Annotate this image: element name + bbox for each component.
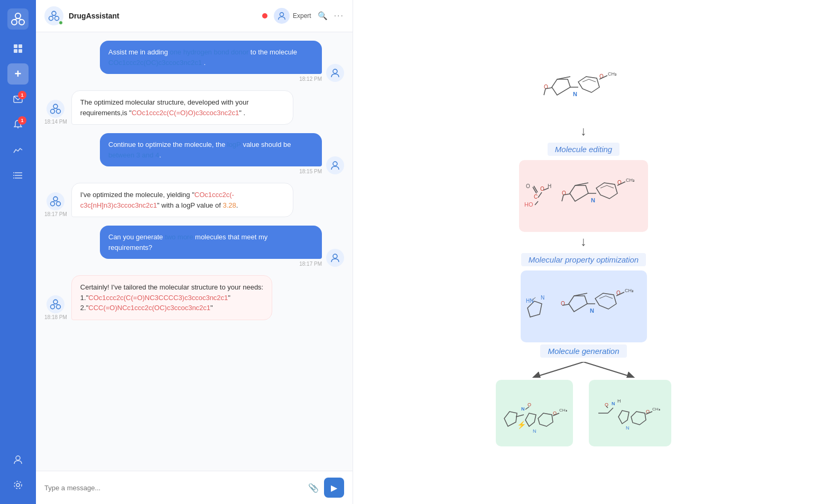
message-2-bubble: The optimized molecular structure, devel… xyxy=(71,90,293,125)
svg-point-2 xyxy=(19,20,24,25)
svg-point-41 xyxy=(57,304,61,309)
svg-text:CH₃: CH₃ xyxy=(608,71,617,77)
generated-mol-2: N H O N O CH₃ xyxy=(589,380,671,446)
svg-marker-84 xyxy=(569,296,587,312)
svg-rect-6 xyxy=(18,44,22,48)
svg-line-72 xyxy=(600,185,607,188)
bot-avatar-2 xyxy=(47,100,64,118)
attach-button[interactable]: 📎 xyxy=(308,483,319,493)
svg-point-29 xyxy=(57,109,61,114)
sidebar-item-new[interactable]: + xyxy=(7,63,29,85)
svg-line-31 xyxy=(56,108,59,109)
svg-text:O: O xyxy=(540,186,544,192)
highlight-logp: logP xyxy=(227,141,241,148)
message-2-content: The optimized molecular structure, devel… xyxy=(71,90,293,125)
message-input[interactable] xyxy=(44,484,303,492)
svg-line-66 xyxy=(535,201,538,205)
svg-text:CH₃: CH₃ xyxy=(559,408,567,413)
message-4: 18:17 PM I've optimized the molecule, yi… xyxy=(44,183,344,217)
chat-header-left: DrugAssistant xyxy=(44,6,119,25)
svg-marker-116 xyxy=(618,410,629,424)
svg-marker-103 xyxy=(525,413,536,426)
bot-avatar xyxy=(44,6,63,25)
sidebar-item-list[interactable] xyxy=(7,165,29,186)
send-button[interactable]: ▶ xyxy=(324,478,344,498)
generated-mol-1: N O N O CH₃ ⚡ xyxy=(496,380,573,446)
svg-line-50 xyxy=(589,79,596,82)
svg-line-24 xyxy=(54,15,57,16)
svg-marker-118 xyxy=(631,412,646,425)
sidebar-item-grid[interactable] xyxy=(7,38,29,59)
svg-marker-105 xyxy=(538,413,553,426)
svg-text:N: N xyxy=(541,295,544,301)
svg-text:N: N xyxy=(626,425,630,431)
message-2-time: 18:14 PM xyxy=(44,119,67,125)
message-1-time: 18:12 PM xyxy=(299,76,322,82)
svg-line-90 xyxy=(606,296,613,298)
highlight-smiles-2: COc1ccc2c(C(=O)O)c3ccoc3nc2c1 xyxy=(132,109,239,117)
svg-point-26 xyxy=(333,69,337,73)
svg-line-36 xyxy=(53,201,56,202)
svg-point-27 xyxy=(53,104,58,108)
svg-text:N: N xyxy=(521,406,525,412)
svg-point-0 xyxy=(15,13,21,18)
message-1: Assist me in adding one hydrogen bond do… xyxy=(44,41,344,82)
highlight-logp-val: 3.28 xyxy=(223,201,236,209)
sidebar-item-analytics[interactable] xyxy=(7,139,29,161)
molecule-diagram: N O CH₃ O ↓ Molecule editing O C xyxy=(451,58,716,446)
svg-point-35 xyxy=(57,202,61,206)
message-3-bubble: Continue to optimize the molecule, the l… xyxy=(100,133,322,166)
pyrazole-group: HN N xyxy=(525,288,554,325)
highlight-two-more: two more xyxy=(165,233,193,241)
highlight-smiles-1: COc1ccc2c(OC)c3ccoc3nc2c1 xyxy=(108,59,202,67)
chat-header-right: Expert 🔍 ··· xyxy=(262,8,344,24)
chat-panel: DrugAssistant Expert 🔍 ··· Assist me in … xyxy=(36,0,353,504)
svg-marker-44 xyxy=(552,79,570,95)
svg-point-22 xyxy=(55,16,59,21)
svg-line-61 xyxy=(538,192,542,198)
highlight-smiles-6a: COc1ccc2c(C(=O)NC3CCCC3)c3ccoc3nc2c1 xyxy=(88,294,228,302)
svg-point-18 xyxy=(16,483,20,487)
svg-text:CH₃: CH₃ xyxy=(626,178,635,183)
logo xyxy=(7,8,29,30)
sidebar-item-mail[interactable]: 1 xyxy=(7,89,29,110)
message-5-bubble: Can you generate two more molecules that… xyxy=(100,226,322,259)
svg-point-32 xyxy=(333,162,337,166)
svg-rect-8 xyxy=(18,49,22,53)
molecule-panel: N O CH₃ O ↓ Molecule editing O C xyxy=(353,0,814,504)
sidebar-item-settings[interactable] xyxy=(7,474,29,496)
svg-point-19 xyxy=(14,481,22,489)
bot-avatar-4 xyxy=(47,192,64,210)
svg-line-3 xyxy=(14,18,18,20)
expert-label: Expert xyxy=(293,12,311,20)
search-icon[interactable]: 🔍 xyxy=(318,11,328,21)
svg-point-34 xyxy=(51,202,55,206)
expert-badge: Expert xyxy=(274,8,311,24)
cooh-group: O C O H HO xyxy=(523,178,555,214)
svg-text:H: H xyxy=(617,398,621,404)
svg-point-40 xyxy=(51,304,55,309)
sidebar-item-notifications[interactable]: 1 xyxy=(7,114,29,135)
user-avatar-5 xyxy=(326,249,344,267)
sidebar-item-profile[interactable] xyxy=(7,449,29,470)
messages-area[interactable]: Assist me in adding one hydrogen bond do… xyxy=(36,32,353,471)
svg-line-89 xyxy=(599,296,606,298)
molecule-step3-box: HN N N O CH₃ O xyxy=(521,270,647,342)
message-6-avatar-col: 18:18 PM xyxy=(44,295,67,320)
message-2-avatar-col: 18:14 PM xyxy=(44,100,67,125)
highlight-smiles-4: COc1ccc2c(-c3c[nH]n3)c3ccoc3nc2c1 xyxy=(80,191,234,209)
svg-text:N: N xyxy=(612,401,615,406)
svg-line-73 xyxy=(607,185,614,188)
message-5-content: Can you generate two more molecules that… xyxy=(100,226,322,267)
more-options-icon[interactable]: ··· xyxy=(334,11,344,21)
svg-point-33 xyxy=(53,197,58,201)
generated-molecules-row: N O N O CH₃ ⚡ xyxy=(496,380,671,446)
highlight-bond-donor: one hydrogen bond donor xyxy=(170,48,248,56)
svg-line-111 xyxy=(608,408,613,413)
message-5-time: 18:17 PM xyxy=(299,261,322,267)
svg-line-30 xyxy=(53,108,56,109)
bot-avatar-6 xyxy=(47,295,64,313)
svg-text:C: C xyxy=(534,194,538,200)
svg-point-14 xyxy=(13,172,14,173)
svg-line-23 xyxy=(51,15,54,16)
